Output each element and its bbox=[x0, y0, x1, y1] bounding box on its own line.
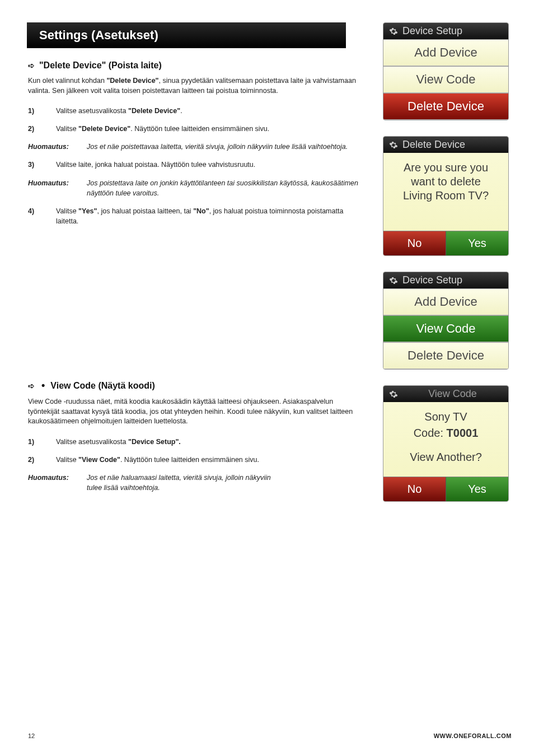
note-text: Jos et näe haluamaasi laitetta, vieritä … bbox=[87, 473, 277, 493]
note-label: Huomautus: bbox=[28, 473, 87, 493]
note-3: Huomautus: Jos et näe haluamaasi laitett… bbox=[28, 473, 360, 493]
sim-device-setup-1: Device Setup Add Device View Code Delete… bbox=[383, 22, 509, 120]
code-body: Sony TV Code: T0001 View Another? bbox=[383, 402, 508, 477]
arrow-icon bbox=[28, 381, 35, 391]
step-text: Valitse "Delete Device". Näyttöön tulee … bbox=[56, 124, 360, 134]
step-text: Valitse "Yes", jos haluat poistaa laitte… bbox=[56, 206, 360, 226]
footer-url: WWW.ONEFORALL.COM bbox=[434, 732, 512, 739]
sim-header: Device Setup bbox=[383, 272, 508, 288]
step-number: 1) bbox=[28, 437, 56, 447]
note-1: Huomautus: Jos et näe poistettavaa laite… bbox=[28, 142, 360, 152]
sim-header: Delete Device bbox=[383, 137, 508, 153]
sim-header-text: Delete Device bbox=[402, 139, 465, 151]
bullet-icon bbox=[39, 380, 46, 391]
right-column: Device Setup Add Device View Code Delete… bbox=[383, 22, 512, 517]
code-label: Code: bbox=[414, 427, 443, 439]
view-another-text: View Another? bbox=[389, 450, 503, 464]
page-footer: 12 WWW.ONEFORALL.COM bbox=[28, 732, 512, 739]
intro-paragraph: Kun olet valinnut kohdan "Delete Device"… bbox=[28, 76, 360, 96]
note-text: Jos et näe poistettavaa laitetta, vierit… bbox=[87, 142, 360, 152]
no-button[interactable]: No bbox=[383, 477, 446, 501]
sim-view-code: View Code Sony TV Code: T0001 View Anoth… bbox=[383, 385, 509, 502]
gear-icon bbox=[389, 27, 398, 36]
sim-device-setup-2: Device Setup Add Device View Code Delete… bbox=[383, 272, 509, 370]
note-2: Huomautus: Jos poistettava laite on jonk… bbox=[28, 178, 360, 198]
sim-header: View Code bbox=[383, 386, 508, 402]
section-title-view-code: View Code (Näytä koodi) bbox=[28, 380, 360, 391]
section-title-delete-device: "Delete Device" (Poista laite) bbox=[28, 60, 360, 71]
step-text: Valitse asetusvalikosta "Delete Device". bbox=[56, 106, 360, 116]
sim-header-text: Device Setup bbox=[402, 25, 462, 37]
section-title-text: "Delete Device" (Poista laite) bbox=[39, 60, 162, 71]
note-text: Jos poistettava laite on jonkin käyttöti… bbox=[87, 178, 360, 198]
yes-button[interactable]: Yes bbox=[446, 231, 508, 255]
step-1b: 1) Valitse asetusvalikosta "Device Setup… bbox=[28, 437, 360, 447]
note-label: Huomautus: bbox=[28, 178, 87, 198]
menu-item-add-device[interactable]: Add Device bbox=[383, 39, 508, 66]
menu-item-view-code[interactable]: View Code bbox=[383, 66, 508, 93]
no-button[interactable]: No bbox=[383, 231, 446, 255]
intro-paragraph-2: View Code -ruudussa näet, mitä koodia ka… bbox=[28, 397, 360, 427]
step-2b: 2) Valitse "View Code". Näyttöön tulee l… bbox=[28, 455, 360, 465]
menu-item-add-device[interactable]: Add Device bbox=[383, 288, 508, 315]
step-number: 4) bbox=[28, 206, 56, 216]
page-number: 12 bbox=[28, 732, 35, 739]
page-title: Settings (Asetukset) bbox=[27, 22, 346, 48]
sim-delete-confirm: Delete Device Are you sure you want to d… bbox=[383, 136, 509, 256]
step-text: Valitse asetusvalikosta "Device Setup". bbox=[56, 437, 360, 447]
menu-item-delete-device[interactable]: Delete Device bbox=[383, 342, 508, 369]
step-1: 1) Valitse asetusvalikosta "Delete Devic… bbox=[28, 106, 360, 116]
step-2: 2) Valitse "Delete Device". Näyttöön tul… bbox=[28, 124, 360, 134]
section-title-text: View Code (Näytä koodi) bbox=[50, 381, 154, 391]
step-3: 3) Valitse laite, jonka haluat poistaa. … bbox=[28, 160, 360, 170]
device-name: Sony TV bbox=[389, 410, 503, 424]
gear-icon bbox=[389, 276, 398, 285]
step-4: 4) Valitse "Yes", jos haluat poistaa lai… bbox=[28, 206, 360, 226]
gear-icon bbox=[389, 141, 398, 150]
code-value: T0001 bbox=[447, 427, 479, 439]
step-number: 2) bbox=[28, 124, 56, 134]
left-column: Settings (Asetukset) "Delete Device" (Po… bbox=[28, 22, 360, 517]
menu-item-view-code[interactable]: View Code bbox=[383, 315, 508, 342]
step-text: Valitse "View Code". Näyttöön tulee lait… bbox=[56, 455, 360, 465]
yes-button[interactable]: Yes bbox=[446, 477, 508, 501]
gear-icon bbox=[389, 390, 398, 399]
sim-header-text: View Code bbox=[402, 388, 503, 400]
step-number: 1) bbox=[28, 106, 56, 116]
note-label: Huomautus: bbox=[28, 142, 87, 152]
step-text: Valitse laite, jonka haluat poistaa. Näy… bbox=[56, 160, 360, 170]
sim-header: Device Setup bbox=[383, 23, 508, 39]
menu-item-delete-device[interactable]: Delete Device bbox=[383, 93, 508, 120]
confirm-buttons: No Yes bbox=[383, 231, 508, 255]
view-code-buttons: No Yes bbox=[383, 477, 508, 501]
sim-header-text: Device Setup bbox=[402, 274, 462, 286]
arrow-icon bbox=[28, 60, 35, 71]
step-number: 3) bbox=[28, 160, 56, 170]
confirm-text: Are you sure you want to delete Living R… bbox=[383, 153, 508, 231]
step-number: 2) bbox=[28, 455, 56, 465]
